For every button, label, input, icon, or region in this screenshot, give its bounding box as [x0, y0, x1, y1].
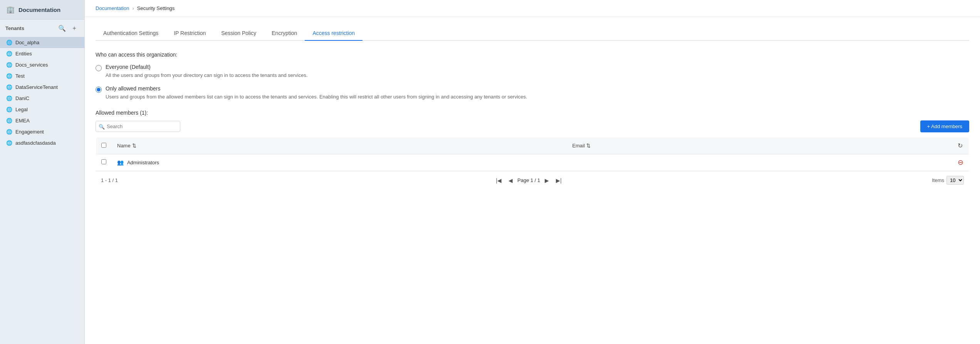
globe-icon: 🌐 [6, 40, 12, 45]
sidebar-item-label: Doc_alpha [15, 40, 39, 45]
table-body: 👥 Administrators ⊖ [96, 154, 969, 171]
tab-session-policy[interactable]: Session Policy [213, 26, 264, 41]
radio-everyone-option: Everyone (Default) All the users and gro… [96, 64, 969, 79]
globe-icon: 🌐 [6, 140, 12, 146]
pagination-first[interactable]: |◀ [493, 176, 504, 185]
globe-icon: 🌐 [6, 51, 12, 57]
globe-icon: 🌐 [6, 129, 12, 135]
items-per-page-select[interactable]: 10 25 50 [946, 176, 964, 185]
globe-icon: 🌐 [6, 73, 12, 79]
radio-allowed-label: Only allowed members [106, 85, 527, 92]
sidebar-item-label: Legal [15, 107, 28, 112]
sidebar-item-test[interactable]: 🌐Test [0, 70, 84, 82]
col-email-header: Email ⇅ [567, 137, 818, 154]
radio-allowed-content: Only allowed members Users and groups fr… [106, 85, 527, 101]
members-table: Name ⇅ Email ⇅ ↻ [96, 137, 969, 171]
row-actions-cell: ⊖ [818, 154, 969, 171]
add-tenant-button[interactable]: ＋ [70, 23, 79, 33]
row-checkbox-cell [96, 154, 112, 171]
search-tenants-button[interactable]: 🔍 [57, 23, 67, 33]
sidebar-item-engagement[interactable]: 🌐Engagement [0, 126, 84, 137]
breadcrumb: Documentation › Security Settings [85, 0, 980, 17]
sidebar: 🏢 Documentation Tenants 🔍 ＋ 🌐Doc_alpha🌐E… [0, 0, 85, 344]
add-members-button[interactable]: + Add members [920, 120, 969, 132]
sidebar-item-emea[interactable]: 🌐EMEA [0, 115, 84, 126]
pagination-bar: 1 - 1 / 1 |◀ ◀ Page 1 / 1 ▶ ▶| Items 10 … [96, 171, 969, 189]
globe-icon: 🌐 [6, 118, 12, 124]
search-wrapper: 🔍 [96, 121, 180, 132]
search-icon: 🔍 [99, 124, 105, 129]
pagination-range: 1 - 1 / 1 [101, 177, 118, 183]
radio-everyone-label: Everyone (Default) [106, 64, 308, 70]
radio-everyone-content: Everyone (Default) All the users and gro… [106, 64, 308, 79]
sidebar-item-danic[interactable]: 🌐DaniC [0, 93, 84, 104]
radio-allowed-desc: Users and groups from the allowed member… [106, 93, 527, 101]
sidebar-item-label: Entities [15, 51, 32, 57]
email-sort[interactable]: Email ⇅ [572, 143, 591, 149]
tabs-bar: Authentication Settings IP Restriction S… [96, 26, 969, 41]
sidebar-item-dataservicetenant[interactable]: 🌐DataServiceTenant [0, 82, 84, 93]
row-email-cell [567, 154, 818, 171]
col-actions-header: ↻ [818, 137, 969, 154]
sidebar-item-doc_alpha[interactable]: 🌐Doc_alpha [0, 37, 84, 48]
content-area: Authentication Settings IP Restriction S… [85, 17, 980, 344]
table-header-row: Name ⇅ Email ⇅ ↻ [96, 137, 969, 154]
tab-ip-restriction[interactable]: IP Restriction [166, 26, 213, 41]
radio-allowed[interactable] [96, 87, 102, 93]
tab-encryption[interactable]: Encryption [264, 26, 305, 41]
pagination-last[interactable]: ▶| [554, 176, 564, 185]
breadcrumb-separator: › [132, 5, 134, 11]
sidebar-header: 🏢 Documentation [0, 0, 84, 20]
sidebar-item-label: Docs_services [15, 62, 48, 68]
globe-icon: 🌐 [6, 62, 12, 68]
remove-row-button[interactable]: ⊖ [958, 158, 963, 167]
radio-everyone[interactable] [96, 65, 102, 71]
access-question: Who can access this organization: [96, 52, 969, 58]
radio-allowed-option: Only allowed members Users and groups fr… [96, 85, 969, 101]
sidebar-item-asdfasdcfasdasda[interactable]: 🌐asdfasdcfasdasda [0, 137, 84, 149]
col-name-header: Name ⇅ [112, 137, 567, 154]
tenants-header: Tenants 🔍 ＋ [0, 20, 84, 35]
tenants-actions: 🔍 ＋ [57, 23, 79, 33]
table-row: 👥 Administrators ⊖ [96, 154, 969, 171]
tenants-label: Tenants [5, 25, 57, 31]
sidebar-item-label: DaniC [15, 95, 29, 101]
breadcrumb-root[interactable]: Documentation [96, 5, 129, 11]
sidebar-item-legal[interactable]: 🌐Legal [0, 104, 84, 115]
pagination-page: Page 1 / 1 [517, 177, 540, 183]
breadcrumb-current: Security Settings [137, 5, 175, 11]
globe-icon: 🌐 [6, 107, 12, 112]
sidebar-item-label: EMEA [15, 118, 30, 124]
sidebar-item-label: asdfasdcfasdasda [15, 140, 56, 146]
sort-icon-name: ⇅ [132, 143, 136, 149]
radio-everyone-desc: All the users and groups from your direc… [106, 72, 308, 79]
sidebar-item-docs_services[interactable]: 🌐Docs_services [0, 59, 84, 70]
select-all-checkbox[interactable] [101, 143, 106, 148]
items-per-page-control: Items 10 25 50 [932, 176, 964, 185]
sidebar-item-entities[interactable]: 🌐Entities [0, 48, 84, 59]
row-checkbox[interactable] [101, 159, 106, 164]
row-name-cell: 👥 Administrators [112, 154, 567, 171]
pagination-prev[interactable]: ◀ [506, 176, 515, 185]
name-sort[interactable]: Name ⇅ [117, 143, 136, 149]
col-select-all [96, 137, 112, 154]
search-input[interactable] [96, 121, 180, 132]
sidebar-title: Documentation [18, 7, 78, 13]
members-toolbar: 🔍 + Add members [96, 120, 969, 132]
sidebar-item-label: Test [15, 73, 25, 79]
tab-authentication[interactable]: Authentication Settings [96, 26, 166, 41]
group-icon: 👥 [117, 159, 124, 165]
tab-access-restriction[interactable]: Access restriction [305, 26, 362, 41]
row-name: Administrators [127, 160, 159, 165]
sidebar-item-label: DataServiceTenant [15, 84, 58, 90]
globe-icon: 🌐 [6, 84, 12, 90]
globe-icon: 🌐 [6, 95, 12, 101]
sidebar-item-label: Engagement [15, 129, 44, 135]
refresh-button[interactable]: ↻ [957, 141, 963, 150]
pagination-next[interactable]: ▶ [542, 176, 551, 185]
allowed-members-header: Allowed members (1): [96, 110, 969, 116]
sort-icon-email: ⇅ [586, 143, 591, 149]
items-label: Items [932, 177, 944, 183]
main-area: Documentation › Security Settings Authen… [85, 0, 980, 344]
building-icon: 🏢 [6, 5, 15, 14]
